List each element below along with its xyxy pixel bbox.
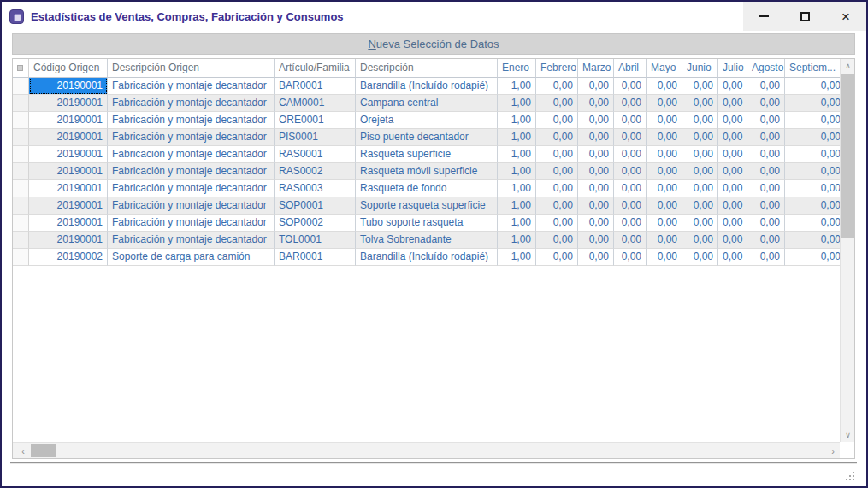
row-selector[interactable] <box>13 78 29 95</box>
row-selector[interactable] <box>13 180 29 197</box>
table-cell[interactable]: 0,00 <box>682 249 718 266</box>
table-cell[interactable]: 0,00 <box>536 163 578 180</box>
table-cell[interactable]: Piso puente decantador <box>356 129 498 146</box>
table-cell[interactable]: 1,00 <box>498 129 536 146</box>
table-cell[interactable]: 0,00 <box>578 95 614 112</box>
table-cell[interactable]: 0,00 <box>682 78 718 95</box>
table-cell[interactable]: 1,00 <box>498 163 536 180</box>
vertical-scrollbar-thumb[interactable] <box>841 74 854 238</box>
table-cell[interactable]: Barandilla (Incluído rodapié) <box>356 78 498 95</box>
table-cell[interactable]: 0,00 <box>785 146 840 163</box>
row-selector[interactable] <box>13 129 29 146</box>
table-cell[interactable]: Rasqueta de fondo <box>356 180 498 197</box>
table-cell[interactable]: 0,00 <box>536 249 578 266</box>
table-cell[interactable]: 20190001 <box>29 180 108 197</box>
table-cell[interactable]: 20190001 <box>29 146 108 163</box>
table-cell[interactable]: 0,00 <box>536 180 578 197</box>
column-header[interactable]: Abril <box>614 59 647 78</box>
table-cell[interactable]: 0,00 <box>536 197 578 215</box>
table-cell[interactable]: Campana central <box>356 95 498 112</box>
table-cell[interactable]: Fabricación y montaje decantador <box>108 78 275 95</box>
table-cell[interactable]: 0,00 <box>682 95 718 112</box>
table-cell[interactable]: 1,00 <box>498 95 536 112</box>
table-cell[interactable]: Fabricación y montaje decantador <box>108 112 275 129</box>
table-cell[interactable]: 0,00 <box>614 146 647 163</box>
column-header[interactable]: Mayo <box>647 59 682 78</box>
vertical-scrollbar[interactable]: ∧ ∨ <box>840 59 854 442</box>
table-cell[interactable]: 0,00 <box>647 163 682 180</box>
column-header[interactable]: Descripción Origen <box>108 59 275 78</box>
table-cell[interactable]: 0,00 <box>536 232 578 249</box>
table-cell[interactable]: 0,00 <box>536 112 578 129</box>
table-cell[interactable]: 0,00 <box>614 197 647 215</box>
table-cell[interactable]: 0,00 <box>682 163 718 180</box>
table-cell[interactable]: 0,00 <box>785 112 840 129</box>
table-cell[interactable]: SOP0001 <box>275 197 356 215</box>
table-cell[interactable]: 0,00 <box>647 232 682 249</box>
table-cell[interactable]: RAS0002 <box>275 163 356 180</box>
table-cell[interactable]: 1,00 <box>498 146 536 163</box>
column-header[interactable]: Descripción <box>356 59 498 78</box>
table-cell[interactable]: 0,00 <box>682 129 718 146</box>
table-cell[interactable]: 0,00 <box>747 163 785 180</box>
table-cell[interactable]: 0,00 <box>536 78 578 95</box>
table-cell[interactable]: PIS0001 <box>275 129 356 146</box>
horizontal-scrollbar[interactable]: ‹ › <box>13 442 840 458</box>
column-header[interactable]: Marzo <box>578 59 614 78</box>
table-cell[interactable]: 0,00 <box>785 129 840 146</box>
table-cell[interactable]: 0,00 <box>718 163 747 180</box>
table-cell[interactable]: 0,00 <box>682 215 718 232</box>
table-cell[interactable]: 0,00 <box>647 146 682 163</box>
table-cell[interactable]: 20190001 <box>29 163 108 180</box>
table-cell[interactable]: Tubo soporte rasqueta <box>356 215 498 232</box>
table-cell[interactable]: CAM0001 <box>275 95 356 112</box>
row-selector[interactable] <box>13 215 29 232</box>
table-cell[interactable]: 0,00 <box>747 146 785 163</box>
table-cell[interactable]: 0,00 <box>614 163 647 180</box>
table-cell[interactable]: ORE0001 <box>275 112 356 129</box>
table-cell[interactable]: 0,00 <box>578 78 614 95</box>
table-cell[interactable]: 20190002 <box>29 249 108 266</box>
table-cell[interactable]: 0,00 <box>682 197 718 215</box>
table-cell[interactable]: 0,00 <box>718 249 747 266</box>
table-cell[interactable]: 0,00 <box>718 232 747 249</box>
table-cell[interactable]: RAS0003 <box>275 180 356 197</box>
table-cell[interactable]: RAS0001 <box>275 146 356 163</box>
table-cell[interactable]: 1,00 <box>498 197 536 215</box>
table-cell[interactable]: 0,00 <box>614 215 647 232</box>
table-cell[interactable]: 0,00 <box>747 180 785 197</box>
table-cell[interactable]: 0,00 <box>614 232 647 249</box>
table-cell[interactable]: 20190001 <box>29 112 108 129</box>
table-cell[interactable]: 0,00 <box>718 197 747 215</box>
column-header[interactable]: Artículo/Familia <box>275 59 356 78</box>
column-header[interactable]: Código Origen <box>29 59 108 78</box>
table-cell[interactable]: Tolva Sobrenadante <box>356 232 498 249</box>
table-cell[interactable]: 0,00 <box>747 215 785 232</box>
table-cell[interactable]: Fabricación y montaje decantador <box>108 163 275 180</box>
table-cell[interactable]: 0,00 <box>785 197 840 215</box>
table-cell[interactable]: 20190001 <box>29 197 108 215</box>
column-header[interactable]: Febrero <box>536 59 578 78</box>
column-header[interactable]: Junio <box>682 59 718 78</box>
table-cell[interactable]: 0,00 <box>785 78 840 95</box>
table-cell[interactable]: Fabricación y montaje decantador <box>108 146 275 163</box>
table-cell[interactable]: 1,00 <box>498 180 536 197</box>
table-cell[interactable]: 0,00 <box>682 112 718 129</box>
table-cell[interactable]: 0,00 <box>536 129 578 146</box>
table-cell[interactable]: 0,00 <box>747 197 785 215</box>
column-header[interactable]: Enero <box>498 59 536 78</box>
table-cell[interactable]: 0,00 <box>647 197 682 215</box>
horizontal-scrollbar-thumb[interactable] <box>31 444 56 457</box>
table-cell[interactable]: 1,00 <box>498 249 536 266</box>
maximize-button[interactable] <box>784 2 825 31</box>
row-selector[interactable] <box>13 146 29 163</box>
table-cell[interactable]: 20190001 <box>29 215 108 232</box>
table-cell[interactable]: 0,00 <box>785 249 840 266</box>
table-cell[interactable]: BAR0001 <box>275 78 356 95</box>
table-cell[interactable]: 1,00 <box>498 232 536 249</box>
table-cell[interactable]: 0,00 <box>647 249 682 266</box>
table-cell[interactable]: Fabricación y montaje decantador <box>108 215 275 232</box>
table-cell[interactable]: Fabricación y montaje decantador <box>108 180 275 197</box>
table-cell[interactable]: 1,00 <box>498 112 536 129</box>
table-cell[interactable]: 0,00 <box>536 215 578 232</box>
